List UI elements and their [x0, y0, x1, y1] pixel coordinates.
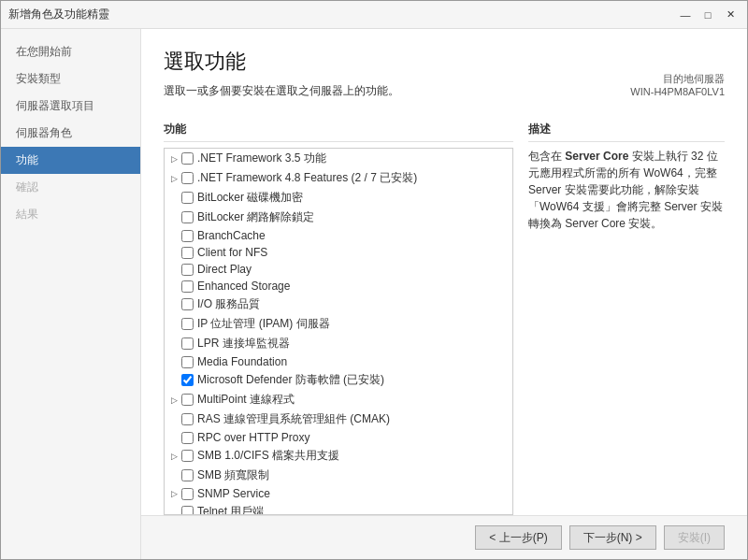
- feature-label: SMB 1.0/CIFS 檔案共用支援: [197, 448, 339, 464]
- expand-icon[interactable]: ▷: [168, 395, 180, 406]
- description-text: 包含在 Server Core 安裝上執行 32 位元應用程式所需的所有 WoW…: [528, 148, 725, 232]
- two-col-layout: 功能 ▷.NET Framework 3.5 功能▷.NET Framework…: [164, 122, 725, 515]
- feature-label: Telnet 用戶端: [197, 504, 264, 515]
- feature-item[interactable]: ▷.NET Framework 3.5 功能: [165, 149, 512, 168]
- feature-checkbox[interactable]: [181, 172, 194, 184]
- content-area: 在您開始前安裝類型伺服器選取項目伺服器角色功能確認結果 目的地伺服器 WIN-H…: [1, 29, 747, 559]
- feature-checkbox[interactable]: [181, 506, 194, 515]
- main-content-wrap: 目的地伺服器 WIN-H4PM8AF0LV1 選取功能 選取一或多個要安裝在選取…: [141, 29, 747, 559]
- close-button[interactable]: ✕: [721, 6, 740, 24]
- feature-item[interactable]: ▷BitLocker 網路解除鎖定: [165, 208, 512, 227]
- feature-checkbox[interactable]: [181, 394, 194, 406]
- feature-checkbox[interactable]: [181, 298, 194, 310]
- server-core-label: Server Core: [565, 150, 628, 163]
- feature-label: Direct Play: [197, 263, 252, 276]
- feature-label: SNMP Service: [197, 487, 270, 500]
- feature-label: Client for NFS: [197, 246, 267, 259]
- feature-checkbox[interactable]: [181, 264, 194, 276]
- sidebar-item-6: 結果: [1, 201, 140, 228]
- sidebar: 在您開始前安裝類型伺服器選取項目伺服器角色功能確認結果: [1, 29, 141, 559]
- feature-checkbox[interactable]: [181, 192, 194, 204]
- feature-label: .NET Framework 4.8 Features (2 / 7 已安裝): [197, 170, 417, 186]
- feature-item[interactable]: ▷Client for NFS: [165, 244, 512, 261]
- main-window: 新增角色及功能精靈 — □ ✕ 在您開始前安裝類型伺服器選取項目伺服器角色功能確…: [0, 0, 748, 560]
- feature-checkbox[interactable]: [181, 247, 194, 259]
- feature-label: BitLocker 磁碟機加密: [197, 190, 303, 206]
- feature-item[interactable]: ▷I/O 服務品質: [165, 294, 512, 314]
- feature-item[interactable]: ▷SMB 頻寬限制: [165, 466, 512, 485]
- feature-checkbox[interactable]: [181, 432, 194, 444]
- feature-label: RAS 連線管理員系統管理組件 (CMAK): [197, 411, 390, 427]
- features-list[interactable]: ▷.NET Framework 3.5 功能▷.NET Framework 4.…: [164, 148, 513, 515]
- feature-checkbox[interactable]: [181, 374, 194, 386]
- server-info: 目的地伺服器 WIN-H4PM8AF0LV1: [630, 72, 725, 97]
- feature-item[interactable]: ▷BranchCache: [165, 227, 512, 244]
- feature-label: Microsoft Defender 防毒軟體 (已安裝): [197, 372, 384, 388]
- sidebar-item-1[interactable]: 安裝類型: [1, 65, 140, 93]
- feature-checkbox[interactable]: [181, 230, 194, 242]
- feature-item[interactable]: ▷LPR 連接埠監視器: [165, 334, 512, 353]
- feature-label: BranchCache: [197, 229, 266, 242]
- sidebar-item-2[interactable]: 伺服器選取項目: [1, 93, 140, 120]
- feature-item[interactable]: ▷RPC over HTTP Proxy: [165, 429, 512, 446]
- feature-label: I/O 服務品質: [197, 296, 260, 312]
- feature-label: RPC over HTTP Proxy: [197, 431, 309, 444]
- feature-item[interactable]: ▷Direct Play: [165, 261, 512, 278]
- feature-item[interactable]: ▷BitLocker 磁碟機加密: [165, 188, 512, 208]
- feature-label: IP 位址管理 (IPAM) 伺服器: [197, 316, 330, 332]
- feature-label: MultiPoint 連線程式: [197, 392, 295, 408]
- feature-item[interactable]: ▷Enhanced Storage: [165, 278, 512, 294]
- window-controls: — □ ✕: [676, 6, 740, 24]
- titlebar: 新增角色及功能精靈 — □ ✕: [1, 1, 747, 29]
- server-info-name: WIN-H4PM8AF0LV1: [630, 86, 725, 97]
- feature-checkbox[interactable]: [181, 469, 194, 481]
- feature-label: SMB 頻寬限制: [197, 467, 269, 483]
- feature-label: BitLocker 網路解除鎖定: [197, 209, 314, 225]
- sidebar-item-3[interactable]: 伺服器角色: [1, 120, 140, 147]
- main-panel: 選取功能 選取一或多個要安裝在選取之伺服器上的功能。 功能 ▷.NET Fram…: [141, 29, 747, 515]
- expand-icon[interactable]: ▷: [168, 451, 180, 462]
- next-button[interactable]: 下一步(N) >: [569, 525, 656, 550]
- feature-checkbox[interactable]: [181, 318, 194, 330]
- feature-item[interactable]: ▷SMB 1.0/CIFS 檔案共用支援: [165, 446, 512, 466]
- feature-checkbox[interactable]: [181, 337, 194, 350]
- feature-item[interactable]: ▷Telnet 用戶端: [165, 502, 512, 515]
- expand-icon[interactable]: ▷: [168, 488, 180, 499]
- feature-item[interactable]: ▷MultiPoint 連線程式: [165, 390, 512, 409]
- back-button[interactable]: < 上一步(P): [475, 525, 561, 550]
- feature-checkbox[interactable]: [181, 450, 194, 462]
- sidebar-item-0[interactable]: 在您開始前: [1, 38, 140, 65]
- sidebar-item-4[interactable]: 功能: [1, 147, 140, 174]
- feature-checkbox[interactable]: [181, 280, 194, 293]
- features-panel: 功能 ▷.NET Framework 3.5 功能▷.NET Framework…: [164, 122, 513, 515]
- features-col-header: 功能: [164, 122, 513, 142]
- footer: < 上一步(P) 下一步(N) > 安裝(I): [141, 515, 747, 559]
- feature-checkbox[interactable]: [181, 488, 194, 500]
- sidebar-item-5: 確認: [1, 174, 140, 201]
- expand-icon[interactable]: ▷: [168, 153, 180, 165]
- feature-checkbox[interactable]: [181, 211, 194, 223]
- feature-label: Enhanced Storage: [197, 280, 290, 293]
- feature-label: LPR 連接埠監視器: [197, 336, 290, 352]
- description-col-header: 描述: [528, 122, 725, 142]
- feature-label: Media Foundation: [197, 355, 287, 368]
- feature-item[interactable]: ▷.NET Framework 4.8 Features (2 / 7 已安裝): [165, 168, 512, 188]
- minimize-button[interactable]: —: [676, 6, 695, 24]
- maximize-button[interactable]: □: [698, 6, 717, 24]
- feature-item[interactable]: ▷SNMP Service: [165, 485, 512, 502]
- server-info-label: 目的地伺服器: [630, 72, 725, 86]
- feature-item[interactable]: ▷RAS 連線管理員系統管理組件 (CMAK): [165, 409, 512, 429]
- feature-label: .NET Framework 3.5 功能: [197, 151, 326, 166]
- window-title: 新增角色及功能精靈: [8, 7, 676, 22]
- feature-item[interactable]: ▷Microsoft Defender 防毒軟體 (已安裝): [165, 370, 512, 390]
- feature-checkbox[interactable]: [181, 152, 194, 165]
- expand-icon[interactable]: ▷: [168, 173, 180, 184]
- feature-item[interactable]: ▷Media Foundation: [165, 353, 512, 370]
- feature-checkbox[interactable]: [181, 356, 194, 368]
- feature-item[interactable]: ▷IP 位址管理 (IPAM) 伺服器: [165, 314, 512, 334]
- feature-checkbox[interactable]: [181, 413, 194, 425]
- install-button[interactable]: 安裝(I): [664, 525, 725, 550]
- description-panel: 描述 包含在 Server Core 安裝上執行 32 位元應用程式所需的所有 …: [528, 122, 725, 515]
